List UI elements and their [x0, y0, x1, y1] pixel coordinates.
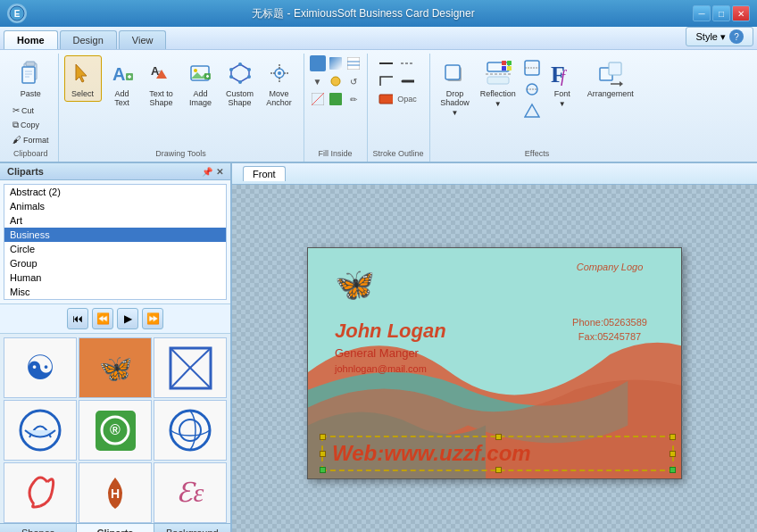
handle-bm [495, 467, 502, 473]
svg-text:Ɛε: Ɛε [176, 478, 204, 507]
effect-small-3[interactable] [522, 101, 542, 121]
cut-button[interactable]: ✂ Cut [9, 104, 53, 117]
canvas-scroll[interactable]: 🦋 John Logan General Manger johnlogan@ma… [232, 185, 757, 532]
stroke-cap-icon[interactable] [399, 73, 415, 89]
select-button[interactable]: Select [64, 55, 102, 102]
effect-small-2[interactable] [522, 79, 542, 99]
custom-shape-icon [226, 59, 254, 87]
fill-color-icon[interactable] [328, 91, 344, 107]
list-item[interactable]: Nature [4, 299, 226, 300]
help-icon[interactable]: ? [729, 29, 744, 44]
paste-button[interactable]: Paste [12, 55, 49, 102]
ribbon-group-stroke: Opac Stroke Outline [368, 54, 430, 162]
list-item[interactable]: Art [4, 213, 226, 228]
add-image-icon [187, 59, 215, 87]
stroke-color-icon[interactable] [378, 91, 394, 107]
thumb-2[interactable]: 🦋 [79, 337, 152, 398]
front-tab[interactable]: Front [243, 166, 286, 181]
format-button[interactable]: 🖌 Format [9, 133, 53, 146]
stroke-width-icon[interactable] [378, 55, 394, 71]
svg-text:A: A [112, 64, 125, 84]
fill-refresh-icon[interactable]: ↺ [345, 73, 362, 89]
canvas-area: Front [232, 163, 757, 532]
prev-button[interactable]: ⏪ [92, 308, 113, 329]
svg-line-74 [190, 368, 211, 388]
fill-solid-icon[interactable] [310, 55, 326, 71]
handle-tm [495, 434, 502, 440]
thumb-7[interactable] [4, 462, 77, 523]
menu-tabs: Home Design View Style ▾ ? [0, 27, 757, 50]
svg-line-71 [171, 348, 190, 368]
minimize-button[interactable]: ─ [693, 5, 711, 21]
arrangement-button[interactable]: Arrangement [583, 55, 638, 102]
play-button[interactable]: ▶ [117, 308, 138, 329]
copy-button[interactable]: ⧉ Copy [9, 118, 53, 132]
fill-circle-icon[interactable] [328, 73, 344, 89]
svg-text:®: ® [110, 422, 121, 437]
thumb-6[interactable] [154, 400, 227, 461]
thumb-5[interactable]: ® [79, 400, 152, 461]
thumbnail-grid: ☯ 🦋 [0, 334, 230, 523]
maximize-button[interactable]: □ [712, 5, 730, 21]
panel-tabs: Shapes Cliparts Background [0, 523, 230, 532]
fill-arrow-down-icon[interactable]: ▼ [310, 73, 326, 89]
list-item[interactable]: Animals [4, 199, 226, 213]
handle-ml [320, 451, 326, 457]
list-item[interactable]: Misc [4, 285, 226, 299]
handle-tl [320, 434, 326, 440]
canvas-tab: Front [232, 163, 757, 185]
thumb-9[interactable]: Ɛε [154, 462, 227, 523]
handle-mr [670, 451, 676, 457]
tab-home[interactable]: Home [4, 30, 58, 49]
category-list[interactable]: Abstract (2) Animals Art Business Circle… [4, 184, 227, 300]
move-anchor-button[interactable]: MoveAnchor [261, 55, 298, 111]
panel-tab-background[interactable]: Background [154, 524, 230, 532]
fill-empty-icon[interactable] [310, 91, 326, 107]
thumb-1[interactable]: ☯ [4, 337, 77, 398]
thumb-3[interactable] [154, 337, 227, 398]
app-title: 无标题 - EximiousSoft Business Card Designe… [34, 6, 693, 21]
add-text-button[interactable]: A AddText [104, 55, 141, 111]
fill-edit-icon[interactable]: ✏ [345, 91, 362, 107]
svg-point-24 [247, 68, 251, 71]
svg-rect-42 [329, 93, 342, 105]
list-item[interactable]: Group [4, 256, 226, 270]
prev-first-button[interactable]: ⏮ [67, 308, 88, 329]
drop-shadow-dropdown[interactable]: ▼ [452, 109, 459, 117]
thumb-4[interactable] [4, 400, 77, 461]
font-button[interactable]: F f Font ▼ [544, 55, 581, 112]
tab-view[interactable]: View [119, 30, 167, 49]
stroke-opacity-icon[interactable]: Opac [399, 91, 415, 107]
reflection-dropdown[interactable]: ▼ [495, 100, 502, 108]
svg-marker-22 [231, 64, 249, 82]
font-dropdown[interactable]: ▼ [559, 100, 566, 108]
panel-pin-icon[interactable]: 📌 [202, 167, 212, 177]
svg-point-27 [229, 75, 233, 79]
panel-tab-cliparts[interactable]: Cliparts [77, 524, 154, 532]
thumb-8[interactable]: H [79, 462, 152, 523]
fill-gradient-icon[interactable] [328, 55, 344, 71]
stroke-style-icon[interactable] [399, 55, 415, 71]
reflection-button[interactable]: Reflection ▼ [476, 55, 520, 112]
tab-design[interactable]: Design [60, 30, 117, 49]
drop-shadow-button[interactable]: DropShadow ▼ [436, 55, 474, 121]
svg-line-41 [312, 93, 324, 105]
add-image-button[interactable]: AddImage [182, 55, 220, 111]
panel-close-icon[interactable]: ✕ [216, 167, 223, 177]
stroke-join-icon[interactable] [378, 73, 394, 89]
app-logo[interactable]: E [7, 4, 27, 23]
text-to-shape-button[interactable]: A Text toShape [143, 55, 180, 111]
effect-small-1[interactable] [522, 58, 542, 78]
close-button[interactable]: ✕ [732, 5, 750, 21]
list-item-business[interactable]: Business [4, 228, 226, 242]
style-button[interactable]: Style ▾ ? [686, 27, 753, 46]
list-item[interactable]: Human [4, 270, 226, 285]
custom-shape-button[interactable]: CustomShape [221, 55, 259, 111]
svg-point-23 [238, 62, 242, 66]
list-item[interactable]: Abstract (2) [4, 185, 226, 199]
fill-pattern-icon[interactable] [345, 55, 362, 71]
panel-tab-shapes[interactable]: Shapes [0, 524, 77, 532]
list-item[interactable]: Circle [4, 242, 226, 256]
next-button[interactable]: ⏩ [142, 308, 163, 329]
svg-point-25 [247, 75, 251, 79]
